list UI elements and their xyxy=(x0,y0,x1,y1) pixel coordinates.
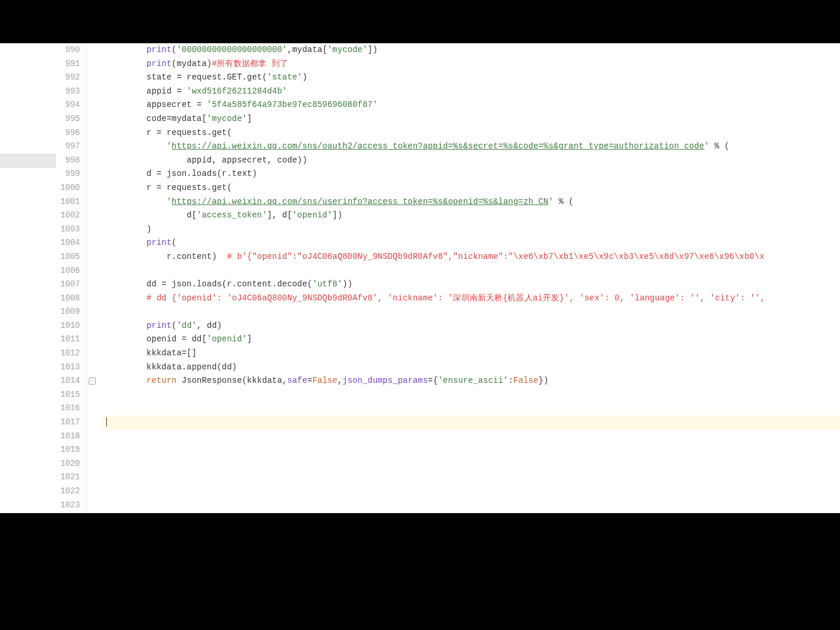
code-editor[interactable]: 9909919929939949959969979989991000100110… xyxy=(0,43,840,513)
line-number: 1013 xyxy=(56,361,80,375)
code-line[interactable]: print('00000000000000000000',mydata['myc… xyxy=(102,43,840,57)
code-area[interactable]: print('00000000000000000000',mydata['myc… xyxy=(102,43,840,513)
code-line[interactable]: state = request.GET.get('state') xyxy=(102,71,840,85)
code-line[interactable] xyxy=(102,430,840,444)
code-line[interactable] xyxy=(102,305,840,319)
fold-gutter[interactable]: − xyxy=(86,43,102,513)
line-number: 1004 xyxy=(56,236,80,250)
line-number: 996 xyxy=(56,126,80,140)
code-line[interactable] xyxy=(102,264,840,278)
line-number: 992 xyxy=(56,71,80,85)
code-line[interactable]: d = json.loads(r.text) xyxy=(102,167,840,181)
line-number: 1014 xyxy=(56,374,80,388)
code-line[interactable] xyxy=(102,388,840,402)
line-number: 1012 xyxy=(56,347,80,361)
code-line[interactable]: print('dd', dd) xyxy=(102,319,840,333)
code-line[interactable]: # dd {'openid': 'oJ4C06aQ800Ny_9NSDQb9dR… xyxy=(102,292,840,306)
code-line[interactable]: kkkdata=[] xyxy=(102,347,840,361)
line-number: 1002 xyxy=(56,209,80,223)
code-line[interactable]: ) xyxy=(102,223,840,237)
code-line[interactable]: return JsonResponse(kkkdata,safe=False,j… xyxy=(102,374,840,388)
line-number: 994 xyxy=(56,98,80,112)
code-line[interactable]: appid, appsecret, code)) xyxy=(102,154,840,168)
code-line[interactable] xyxy=(102,443,840,457)
code-line[interactable]: 'https://api.weixin.qq.com/sns/userinfo?… xyxy=(102,195,840,209)
line-number: 1016 xyxy=(56,401,80,416)
code-line[interactable]: kkkdata.append(dd) xyxy=(102,361,840,375)
line-number: 1022 xyxy=(56,484,80,499)
line-number: 1020 xyxy=(56,457,80,471)
code-line[interactable]: print(mydata)#所有数据都拿 到了 xyxy=(102,57,840,71)
line-number: 1021 xyxy=(56,470,80,484)
code-line[interactable]: r = requests.get( xyxy=(102,181,840,195)
line-number: 999 xyxy=(56,167,80,181)
line-number: 1018 xyxy=(56,430,80,444)
line-number: 998 xyxy=(56,154,80,168)
fold-icon[interactable]: − xyxy=(89,378,96,385)
line-number: 1000 xyxy=(56,181,80,195)
line-number: 995 xyxy=(56,112,80,126)
code-line[interactable] xyxy=(102,401,840,416)
code-line[interactable] xyxy=(102,457,840,471)
line-number-gutter[interactable]: 9909919929939949959969979989991000100110… xyxy=(56,43,86,513)
code-line[interactable] xyxy=(102,416,840,430)
code-line[interactable]: appid = 'wxd516f26211284d4b' xyxy=(102,85,840,99)
code-line[interactable] xyxy=(102,470,840,484)
code-line[interactable]: r.content) # b'{"openid":"oJ4C06aQ800Ny_… xyxy=(102,250,840,264)
line-number: 1005 xyxy=(56,250,80,264)
line-marker xyxy=(0,154,56,168)
line-number: 1010 xyxy=(56,319,80,333)
line-number: 1001 xyxy=(56,195,80,209)
line-number: 1019 xyxy=(56,443,80,457)
code-line[interactable]: print( xyxy=(102,236,840,250)
line-number: 997 xyxy=(56,140,80,154)
code-line[interactable]: 'https://api.weixin.qq.com/sns/oauth2/ac… xyxy=(102,140,840,154)
line-number: 1008 xyxy=(56,292,80,306)
line-number: 1011 xyxy=(56,333,80,347)
line-number: 1009 xyxy=(56,305,80,319)
code-line[interactable]: dd = json.loads(r.content.decode('utf8')… xyxy=(102,278,840,292)
code-line[interactable]: appsecret = '5f4a585f64a973be97ec8596960… xyxy=(102,98,840,112)
code-line[interactable] xyxy=(102,499,840,513)
line-number: 991 xyxy=(56,57,80,71)
line-number: 1023 xyxy=(56,499,80,513)
line-number: 993 xyxy=(56,85,80,99)
line-number: 1007 xyxy=(56,278,80,292)
code-line[interactable]: d['access_token'], d['openid']) xyxy=(102,209,840,223)
text-cursor xyxy=(106,417,107,427)
breakpoint-gutter[interactable] xyxy=(0,43,56,513)
line-number: 1003 xyxy=(56,223,80,237)
code-line[interactable]: r = requests.get( xyxy=(102,126,840,140)
code-line[interactable]: openid = dd['openid'] xyxy=(102,333,840,347)
code-line[interactable]: code=mydata['mycode'] xyxy=(102,112,840,126)
line-number: 1006 xyxy=(56,264,80,278)
code-line[interactable] xyxy=(102,484,840,499)
line-number: 1015 xyxy=(56,388,80,402)
line-number: 1017 xyxy=(56,416,80,430)
line-number: 990 xyxy=(56,43,80,57)
